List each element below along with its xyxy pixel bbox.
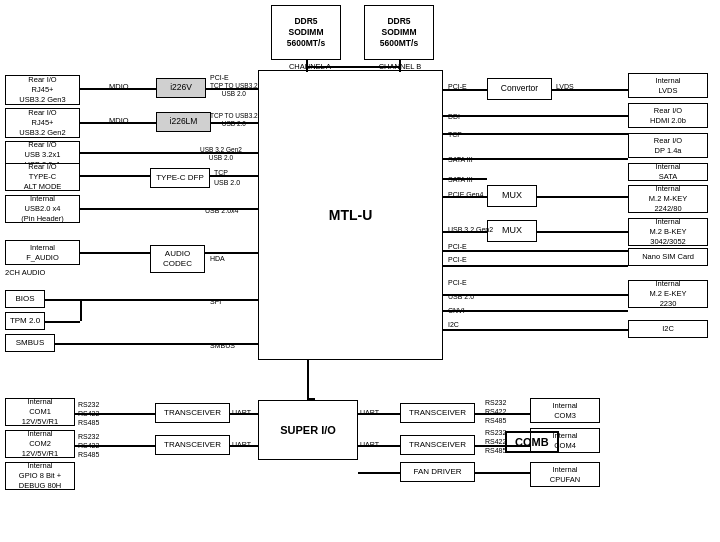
usb20-typec-label: USB 2.0 xyxy=(214,178,240,187)
ekey-box: InternalM.2 E-KEY2230 xyxy=(628,280,708,308)
mdio-1-label: MDIO xyxy=(109,82,129,92)
audio-codec-box: AUDIOCODEC xyxy=(150,245,205,273)
sata-box: InternalSATA xyxy=(628,163,708,181)
mdio-2-label: MDIO xyxy=(109,116,129,126)
i226v-box: i226V xyxy=(156,78,206,98)
usb20-pin-box: InternalUSB2.0 x4(Pin Header) xyxy=(5,195,80,223)
tcp-usb-1-label: TCP TO USB3.2USB 2.0 xyxy=(210,82,258,98)
ddr5-b-box: DDR5SODIMM5600MT/s xyxy=(364,5,434,60)
f-audio-box: InternalF_AUDIO xyxy=(5,240,80,265)
pcie-i226v-label: PCI-E xyxy=(210,73,229,82)
transceiver3-box: TRANSCEIVER xyxy=(400,403,475,423)
hdmi-box: Rear I/OHDMI 2.0b xyxy=(628,103,708,128)
rs-com4-label: RS232RS422RS485 xyxy=(485,428,506,455)
lvds-box: InternalLVDS xyxy=(628,73,708,98)
i2c-box: I2C xyxy=(628,320,708,338)
pcie-r2-label: PCI-E xyxy=(448,255,467,264)
transceiver2-box: TRANSCEIVER xyxy=(155,435,230,455)
com3-box: InternalCOM3 xyxy=(530,398,600,423)
sata3-1-label: SATA III xyxy=(448,155,473,164)
com1-box: InternalCOM112V/5V/R1 xyxy=(5,398,75,426)
bkey-box: InternalM.2 B-KEY3042/3052 xyxy=(628,218,708,246)
typec-dfp-box: TYPE-C DFP xyxy=(150,168,210,188)
ddr5-a-box: DDR5SODIMM5600MT/s xyxy=(271,5,341,60)
usb32-right-label: USB 3.2 Gen2 xyxy=(448,225,493,234)
fan-driver-box: FAN DRIVER xyxy=(400,462,475,482)
i2c-right-label: I2C xyxy=(448,320,459,329)
mux2-box: MUX xyxy=(487,220,537,242)
rj45-gen2-box: Rear I/ORJ45+USB3.2 Gen2 xyxy=(5,108,80,138)
mux1-box: MUX xyxy=(487,185,537,207)
cpufan-box: InternalCPUFAN xyxy=(530,462,600,487)
rs-com3-label: RS232RS422RS485 xyxy=(485,398,506,425)
mtl-u-chip: MTL-U xyxy=(258,70,443,360)
transceiver4-box: TRANSCEIVER xyxy=(400,435,475,455)
com2-box: InternalCOM212V/5V/R1 xyxy=(5,430,75,458)
gpio-box: InternalGPIO 8 Bit +DEBUG 80H xyxy=(5,462,75,490)
i226lm-box: i226LM xyxy=(156,112,211,132)
super-io-box: SUPER I/O xyxy=(258,400,358,460)
bios-box: BIOS xyxy=(5,290,45,308)
pcie-r3-label: PCI-E xyxy=(448,278,467,287)
dp-box: Rear I/ODP 1.4a xyxy=(628,133,708,158)
pcie-gen4-label: PCIE Gen4 xyxy=(448,190,483,199)
tcp-right-label: TCP xyxy=(448,130,462,139)
mkey-box: InternalM.2 M-KEY2242/80 xyxy=(628,185,708,213)
convertor-box: Convertor xyxy=(487,78,552,100)
rj45-gen3-box: Rear I/ORJ45+USB3.2 Gen3 xyxy=(5,75,80,105)
comb-label: COMB xyxy=(505,431,559,453)
usb32-label: USB 3.2 Gen2USB 2.0 xyxy=(200,146,242,162)
ddi-label: DDI xyxy=(448,112,460,121)
nano-sim-box: Nano SIM Card xyxy=(628,248,708,266)
block-diagram: DDR5SODIMM5600MT/s DDR5SODIMM5600MT/s CH… xyxy=(0,0,720,542)
2ch-audio-label: 2CH AUDIO xyxy=(5,268,45,278)
smbus-box: SMBUS xyxy=(5,334,55,352)
tcp-usb-2-label: TCP TO USB3.2USB 2.0 xyxy=(210,112,258,128)
typec-alt-box: Rear I/OTYPE-CALT MODE xyxy=(5,163,80,191)
hda-label: HDA xyxy=(210,254,225,263)
transceiver1-box: TRANSCEIVER xyxy=(155,403,230,423)
tpm-box: TPM 2.0 xyxy=(5,312,45,330)
sata3-2-label: SATA III xyxy=(448,175,473,184)
